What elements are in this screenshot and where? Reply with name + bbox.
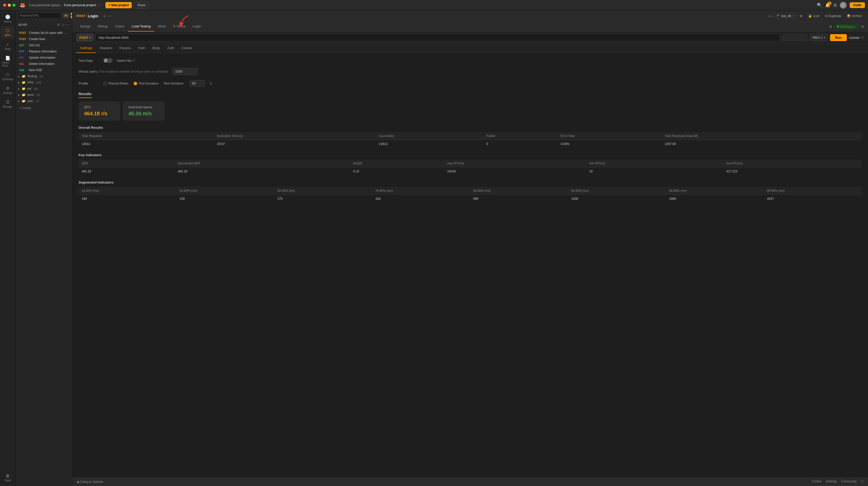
subtab-headers[interactable]: Headers — [96, 44, 116, 53]
settings-icon: ⚙ — [6, 86, 9, 91]
folder-item-apis[interactable]: ▶ 📁 APIs (10) — [16, 79, 72, 86]
api-item[interactable]: POST Creates list of users with ... — [16, 30, 72, 36]
api-item[interactable]: GET Get List — [16, 42, 72, 48]
update-button[interactable]: Update ⓘ — [849, 35, 864, 40]
sidebar-label-settings: Settings — [3, 91, 12, 94]
api-item[interactable]: DEL Delete Information — [16, 61, 72, 67]
maximize-button[interactable] — [12, 4, 16, 7]
create-button[interactable]: + Create — [16, 104, 72, 112]
manage-icon: ☰ — [6, 99, 9, 105]
endpoint-name: Login — [88, 14, 98, 18]
tab-load-testing[interactable]: Load Testing — [128, 22, 154, 32]
share-icon: ⬆ — [173, 25, 176, 28]
subtab-auth[interactable]: Auth — [163, 44, 178, 53]
cookie-link[interactable]: Cookie — [812, 480, 822, 484]
collapse-sidebar-button[interactable]: ◀ Collapse Sidebar — [76, 480, 103, 484]
api-item[interactable]: SSE New SSE — [16, 67, 72, 73]
close-button[interactable] — [3, 4, 6, 7]
test-data-toggle[interactable] — [103, 58, 113, 63]
sidebar-item-schemas[interactable]: ⬡ Schemas — [1, 70, 15, 83]
sidebar-item-share-docs[interactable]: 📄 Share Docs — [1, 54, 15, 69]
chevron-down-icon: ▾ — [855, 25, 857, 28]
tab-cases[interactable]: Cases — [111, 22, 128, 32]
api-item[interactable]: POST Create New — [16, 36, 72, 42]
api-item[interactable]: PUT Replace Information — [16, 48, 72, 55]
metric-title-dl: Download Speed — [128, 106, 159, 109]
radio-test-duration[interactable]: Test Duration — [133, 81, 159, 85]
tab-mock[interactable]: Mock — [154, 22, 169, 32]
folder-item-testing[interactable]: ▶ 📁 Testing (3) — [16, 73, 72, 79]
select-file-button[interactable]: Select file ⓘ — [117, 58, 135, 63]
sidebar-item-settings[interactable]: ⚙ Settings — [1, 84, 15, 96]
cell-50pct: 275 — [274, 195, 372, 203]
col-95pct: 95.00% (ms) — [568, 187, 666, 195]
subtab-params[interactable]: Params — [116, 44, 134, 53]
settings-link[interactable]: Settings — [826, 480, 837, 484]
share-button[interactable]: Share — [134, 2, 149, 8]
folder-item-store[interactable]: ▶ 📁 store (4) — [16, 92, 72, 98]
more-icon[interactable]: ⋯ — [66, 23, 69, 27]
duplicate-button[interactable]: ⧉ Duplicate — [823, 13, 843, 19]
archive-label: Archive — [851, 14, 862, 18]
subtab-path[interactable]: Path — [134, 44, 149, 53]
layout-toggle-button[interactable]: ⊟ — [798, 13, 804, 19]
filter-icon[interactable]: ⚙ — [57, 23, 60, 27]
minimize-button[interactable] — [8, 4, 11, 7]
lock-button[interactable]: 🔒 Lock — [806, 13, 822, 19]
tab-login[interactable]: Login — [189, 22, 205, 32]
virtual-users-input[interactable] — [172, 68, 198, 75]
results-title: Results — [79, 92, 92, 98]
folder-item-user[interactable]: ▶ 📁 user (7) — [16, 98, 72, 104]
run-button[interactable]: Run — [830, 34, 847, 41]
sidebar-item-history[interactable]: 🕐 History — [1, 12, 15, 25]
notification-bell[interactable]: 🔔 3 — [825, 3, 830, 7]
sidebar-item-manage[interactable]: ☰ Manage — [1, 97, 15, 110]
nav-forward-button[interactable]: › — [771, 14, 773, 18]
tabs-right: ⊟ Developing ▾ ⊟ — [830, 24, 864, 29]
layout-icon[interactable]: ⊞ — [833, 3, 837, 7]
chevron-down-icon[interactable]: ▾ — [99, 3, 100, 7]
more-options-button[interactable]: ⋯ — [108, 14, 112, 18]
folder-name: pet — [27, 87, 32, 90]
lock-label: Lock — [813, 14, 819, 18]
avatar[interactable]: C — [840, 2, 846, 8]
method-filter[interactable]: All — [63, 13, 69, 18]
search-icon[interactable]: 🔍 — [817, 3, 822, 7]
invite-button[interactable]: Invite — [850, 2, 865, 8]
folder-item-pet[interactable]: ▶ 📁 pet (9) — [16, 86, 72, 92]
test-duration-input[interactable] — [189, 80, 205, 87]
method-selector[interactable]: POST ▾ — [76, 34, 94, 41]
subtab-body[interactable]: Body — [149, 44, 164, 53]
collapse-label: Collapse Sidebar — [80, 480, 103, 484]
env-selector[interactable]: Developing ▾ — [835, 24, 859, 29]
expand-icon[interactable]: ◇ — [62, 23, 64, 27]
api-item[interactable]: PAT Update Information — [16, 55, 72, 61]
tab-share[interactable]: ⬆ Share — [169, 22, 189, 32]
lock-icon: 🔒 — [808, 14, 812, 18]
http-version-selector[interactable]: http/1.1 ▾ — [810, 34, 828, 41]
search-input[interactable] — [18, 12, 61, 19]
subtab-cookie[interactable]: Cookie — [178, 44, 195, 53]
radio-round-robin[interactable]: Round-Robin — [103, 81, 128, 85]
filter-icon[interactable]: ⊟ — [830, 25, 832, 28]
tab-debug[interactable]: Debug — [94, 22, 111, 32]
columns-icon[interactable]: ⊟ — [861, 25, 864, 28]
db-selector[interactable]: 🏴 test_db ▾ — [774, 13, 796, 19]
method-badge: POST — [19, 32, 27, 34]
archive-button[interactable]: 📦 Archive — [845, 13, 864, 19]
sidebar-item-apis[interactable]: ⬡ APIs — [1, 26, 15, 39]
url-input[interactable] — [96, 34, 779, 41]
test-duration-label: Test Duration: — [163, 81, 184, 85]
tab-design[interactable]: Design — [76, 22, 94, 32]
nav-back-button[interactable]: ‹ — [768, 14, 770, 18]
sidebar-label-schemas: Schemas — [2, 78, 13, 81]
history-icon: 🕐 — [5, 15, 10, 19]
sidebar-item-trash[interactable]: 🗑 Trash — [1, 471, 15, 484]
community-link[interactable]: Community — [841, 480, 857, 484]
new-project-button[interactable]: + New project — [105, 2, 132, 8]
col-successful: Successful — [376, 132, 483, 140]
add-tab-button[interactable]: + — [103, 14, 105, 18]
info-icon[interactable]: ⓘ — [861, 480, 864, 484]
sidebar-item-tests[interactable]: ✓ Tests — [1, 40, 15, 53]
subtab-settings[interactable]: Settings — [76, 44, 96, 53]
